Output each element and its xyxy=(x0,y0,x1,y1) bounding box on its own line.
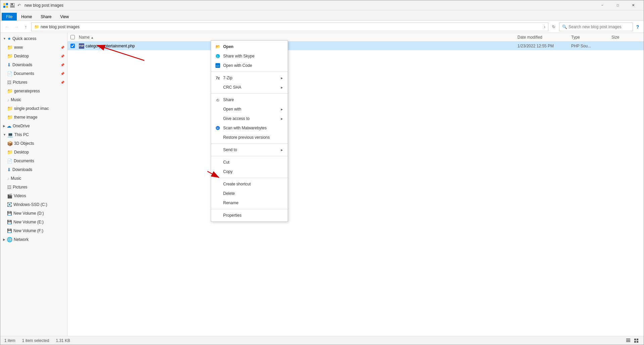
sidebar-item-videos-pc[interactable]: 🎬 Videos xyxy=(0,191,67,200)
ctx-item-label: Share with Skype xyxy=(223,54,254,58)
row-select-checkbox[interactable] xyxy=(70,44,75,48)
title-bar-title: new blog post images xyxy=(24,3,595,8)
sidebar-section-quick-access[interactable]: ▼ ★ Quick access xyxy=(0,34,67,43)
header-size[interactable]: Size xyxy=(610,35,644,40)
tab-share[interactable]: Share xyxy=(36,13,56,20)
select-all-checkbox[interactable] xyxy=(70,35,75,39)
context-menu-item-create-shortcut[interactable]: Create shortcut xyxy=(211,179,288,189)
ctx-item-label: 7-Zip xyxy=(223,76,232,80)
thispc-chevron-icon: ▼ xyxy=(3,133,6,136)
table-row[interactable]: PHP category-entertainment.php 1/23/2022… xyxy=(67,42,644,50)
sidebar-item-new-volume-d[interactable]: 💾 New Volume (D:) xyxy=(0,209,67,218)
tab-home[interactable]: Home xyxy=(17,13,36,20)
context-menu-item-7zip[interactable]: 7z 7-Zip ► xyxy=(211,73,288,83)
sidebar-item-pictures-pc[interactable]: 🖼 Pictures xyxy=(0,183,67,191)
context-menu-item-restore[interactable]: Restore previous versions xyxy=(211,133,288,142)
up-button[interactable]: ↑ xyxy=(22,23,30,31)
drive-icon: 💽 xyxy=(7,202,12,207)
sidebar-item-windows-ssd[interactable]: 💽 Windows-SSD (C:) xyxy=(0,200,67,209)
search-box[interactable]: 🔍 xyxy=(559,23,633,31)
ctx-separator-4 xyxy=(211,156,288,156)
details-view-button[interactable] xyxy=(625,337,632,344)
sidebar-item-new-volume-e[interactable]: 💾 New Volume (E:) xyxy=(0,218,67,226)
context-menu-item-copy[interactable]: Copy xyxy=(211,167,288,176)
sidebar-item-downloads-quick[interactable]: ⬇ Downloads 📌 xyxy=(0,60,67,69)
sidebar-item-label: Music xyxy=(11,176,21,181)
sidebar-item-desktop[interactable]: 📁 Desktop 📌 xyxy=(0,52,67,60)
sidebar-section-onedrive[interactable]: ▶ ☁ OneDrive xyxy=(0,122,67,130)
header-date[interactable]: Date modified xyxy=(516,35,570,40)
header-checkbox[interactable] xyxy=(67,35,78,39)
file-name: category-entertainment.php xyxy=(86,44,135,48)
ctx-item-label: Delete xyxy=(223,191,235,196)
vscode-icon: </> xyxy=(215,63,220,68)
sidebar-section-network[interactable]: ▶ 🌐 Network xyxy=(0,235,67,244)
close-button[interactable]: ✕ xyxy=(626,0,641,10)
header-type[interactable]: Type xyxy=(570,35,610,40)
context-menu-item-cut[interactable]: Cut xyxy=(211,158,288,167)
pics-icon: 🖼 xyxy=(7,185,11,190)
context-menu-item-open-code[interactable]: </> Open with Code xyxy=(211,61,288,70)
address-chevron-icon[interactable]: › xyxy=(544,25,545,29)
forward-button[interactable]: → xyxy=(12,23,20,31)
context-menu-item-open[interactable]: 📂 Open xyxy=(211,42,288,51)
folder-icon: 📁 xyxy=(7,106,13,111)
context-menu-item-crc-sha[interactable]: CRC SHA ► xyxy=(211,83,288,92)
tab-view[interactable]: View xyxy=(56,13,73,20)
sidebar-item-label: Documents xyxy=(14,71,34,76)
sidebar-item-label: Desktop xyxy=(14,150,29,155)
ctx-item-label: Give access to xyxy=(223,116,250,121)
sidebar-item-www[interactable]: 📁 www 📌 xyxy=(0,43,67,52)
help-button[interactable]: ? xyxy=(634,24,641,30)
refresh-button[interactable]: ↻ xyxy=(550,23,558,31)
give-access-icon xyxy=(215,116,220,121)
row-checkbox[interactable] xyxy=(67,44,78,48)
tab-file[interactable]: File xyxy=(2,13,17,20)
context-menu: 📂 Open S Share with Skype </> Open with … xyxy=(211,40,288,222)
header-name[interactable]: Name ▲ xyxy=(78,35,516,40)
maximize-button[interactable]: □ xyxy=(610,0,626,10)
minimize-button[interactable]: − xyxy=(595,0,610,10)
sidebar-item-theme-image[interactable]: 📁 theme image xyxy=(0,113,67,122)
search-input[interactable] xyxy=(568,25,630,29)
svg-rect-13 xyxy=(637,341,638,343)
sidebar-item-desktop-pc[interactable]: 📁 Desktop xyxy=(0,148,67,157)
sidebar-item-documents-pc[interactable]: 📄 Documents xyxy=(0,157,67,165)
svg-rect-5 xyxy=(11,3,13,5)
sidebar-item-music-pc[interactable]: ♪ Music xyxy=(0,174,67,183)
context-menu-item-share[interactable]: ⎋ Share xyxy=(211,95,288,104)
ribbon-tabs: File Home Share View xyxy=(0,10,644,20)
sidebar-item-3d-objects[interactable]: 📦 3D Objects xyxy=(0,139,67,148)
context-menu-item-open-with[interactable]: Open with ► xyxy=(211,104,288,114)
folder-icon: 📁 xyxy=(7,149,13,155)
sidebar-item-generatepress[interactable]: 📁 generatepress xyxy=(0,87,67,95)
context-menu-item-delete[interactable]: Delete xyxy=(211,189,288,198)
sidebar-item-new-volume-f[interactable]: 💾 New Volume (F:) xyxy=(0,226,67,235)
sidebar-item-pictures-quick[interactable]: 🖼 Pictures 📌 xyxy=(0,78,67,87)
sidebar-item-label: Pictures xyxy=(13,80,27,85)
sidebar-item-single-product[interactable]: 📁 single product imac xyxy=(0,104,67,113)
large-icons-view-button[interactable] xyxy=(633,337,640,344)
quick-access-chevron-icon: ▼ xyxy=(3,37,6,40)
sidebar: ▼ ★ Quick access 📁 www 📌 📁 Desktop 📌 ⬇ D… xyxy=(0,33,67,336)
context-menu-item-malwarebytes[interactable]: M Scan with Malwarebytes xyxy=(211,123,288,133)
sidebar-item-music-quick[interactable]: ♪ Music xyxy=(0,95,67,104)
address-path[interactable]: 📁 new blog post images › xyxy=(31,23,548,31)
back-button[interactable]: ← xyxy=(3,23,11,31)
sidebar-item-downloads-pc[interactable]: ⬇ Downloads xyxy=(0,165,67,174)
window: ↶ new blog post images − □ ✕ File Home S… xyxy=(0,0,644,345)
context-menu-item-properties[interactable]: Properties xyxy=(211,211,288,220)
folder-icon: 📁 xyxy=(7,115,13,120)
context-menu-item-share-skype[interactable]: S Share with Skype xyxy=(211,51,288,61)
context-menu-item-rename[interactable]: Rename xyxy=(211,198,288,208)
header-size-label: Size xyxy=(611,35,619,40)
sidebar-item-documents-quick[interactable]: 📄 Documents 📌 xyxy=(0,69,67,78)
ctx-item-label: Scan with Malwarebytes xyxy=(223,126,266,130)
sidebar-item-label: New Volume (F:) xyxy=(13,228,43,233)
shortcut-icon xyxy=(215,181,220,187)
context-menu-item-send-to[interactable]: Send to ► xyxy=(211,145,288,155)
sidebar-section-thispc[interactable]: ▼ 💻 This PC xyxy=(0,130,67,139)
drive-icon: 💾 xyxy=(7,228,12,233)
row-type: PHP Sou... xyxy=(570,44,610,48)
context-menu-item-give-access[interactable]: Give access to ► xyxy=(211,114,288,123)
